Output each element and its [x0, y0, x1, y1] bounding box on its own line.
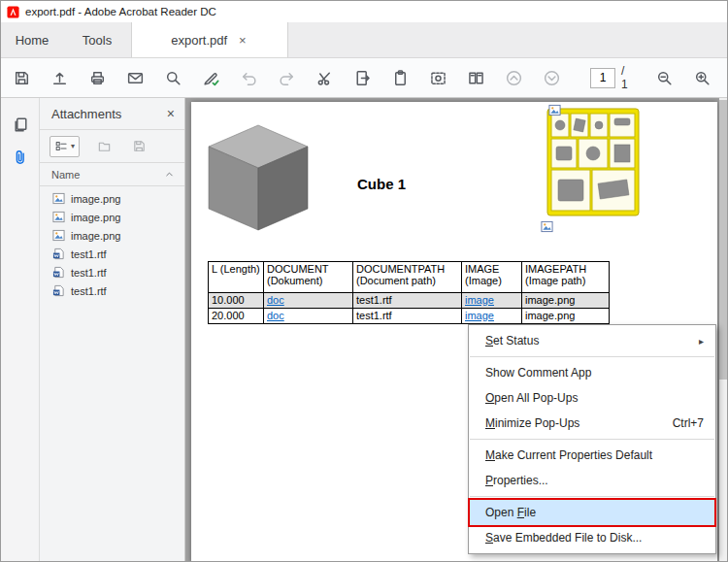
tab-tools[interactable]: Tools	[63, 22, 131, 57]
tab-document-label: export.pdf	[171, 33, 227, 48]
name-column-header[interactable]: Name	[51, 169, 80, 181]
chevron-down-icon: ▾	[71, 142, 75, 150]
png-file-icon	[52, 192, 65, 205]
chevron-up-icon[interactable]	[164, 169, 175, 180]
png-file-icon	[52, 211, 65, 223]
open-attachment-button[interactable]	[93, 136, 115, 157]
two-page-view-icon	[467, 69, 485, 87]
image-link[interactable]: image	[465, 310, 494, 321]
export-page-icon	[353, 69, 372, 87]
next-page-button[interactable]	[539, 64, 564, 91]
vertical-scrollbar[interactable]	[719, 98, 727, 561]
menu-item-open-all-popups[interactable]: Open All Pop-Ups	[469, 385, 715, 411]
undo-button[interactable]	[236, 64, 261, 91]
clipboard-icon	[391, 69, 410, 87]
snapshot-button[interactable]	[425, 64, 450, 91]
menu-item-label: Make Current Properties Default	[485, 448, 652, 462]
rtf-file-icon	[52, 248, 65, 260]
data-table: L (Length) DOCUMENT(Dokument) DOCUMENTPA…	[208, 261, 610, 324]
main-toolbar: / 1	[1, 57, 727, 98]
undo-icon	[240, 69, 258, 87]
share-button[interactable]	[47, 64, 72, 91]
png-file-icon	[52, 229, 65, 242]
page-view-button[interactable]	[463, 64, 488, 91]
menu-item-minimize-popups[interactable]: Minimize Pop-Ups Ctrl+7	[469, 411, 715, 436]
paperclip-icon	[12, 149, 30, 167]
nav-attachments-button[interactable]	[1, 141, 40, 174]
redo-icon	[278, 69, 296, 87]
scrollbar-thumb[interactable]	[719, 100, 727, 380]
menu-item-set-status[interactable]: Set Status ▸	[469, 328, 715, 353]
panel-close-icon[interactable]: ×	[167, 106, 175, 121]
menu-separator	[470, 439, 714, 440]
attachments-panel: Attachments × ▾ Name image.png image.png…	[40, 98, 185, 561]
menu-item-label: Open File	[485, 506, 536, 519]
list-item[interactable]: image.png	[40, 226, 184, 245]
title-bar: export.pdf - Adobe Acrobat Reader DC	[1, 1, 727, 22]
list-item[interactable]: image.png	[40, 208, 184, 226]
email-button[interactable]	[122, 64, 148, 91]
window-title: export.pdf - Adobe Acrobat Reader DC	[25, 6, 216, 17]
list-item[interactable]: test1.rtf	[40, 281, 184, 300]
tab-close-icon[interactable]: ×	[237, 33, 248, 48]
table-row: 10.000 doc test1.rtf image image.png	[209, 293, 610, 309]
menu-item-make-properties-default[interactable]: Make Current Properties Default	[469, 443, 715, 468]
zoom-in-button[interactable]	[689, 64, 714, 91]
tab-home[interactable]: Home	[1, 22, 63, 57]
menu-shortcut: Ctrl+7	[673, 416, 704, 430]
zoom-out-icon	[655, 69, 674, 87]
list-options-icon	[54, 140, 68, 153]
list-item[interactable]: test1.rtf	[40, 245, 184, 263]
page-number-input[interactable]	[590, 68, 615, 88]
list-item[interactable]: test1.rtf	[40, 263, 184, 281]
menu-item-label: Properties...	[485, 474, 548, 487]
menu-item-label: Minimize Pop-Ups	[485, 416, 579, 430]
attachments-options-button[interactable]: ▾	[50, 136, 80, 157]
envelope-icon	[126, 69, 145, 87]
rtf-file-icon	[52, 284, 65, 297]
attachment-annotation-icon[interactable]	[541, 220, 553, 233]
nav-pages-button[interactable]	[1, 108, 40, 141]
search-button[interactable]	[160, 64, 185, 91]
panel-title: Attachments	[51, 107, 121, 121]
scissors-icon	[315, 69, 334, 87]
page-title: Cube 1	[357, 176, 406, 192]
page-count-label: / 1	[621, 64, 630, 91]
menu-item-label: Save Embedded File to Disk...	[485, 531, 642, 545]
save-button[interactable]	[9, 64, 34, 91]
list-item[interactable]: image.png	[40, 189, 184, 208]
menu-separator	[470, 496, 714, 497]
page-down-icon	[543, 69, 561, 87]
cut-button[interactable]	[312, 64, 337, 91]
doc-link[interactable]: doc	[267, 294, 284, 306]
rtf-file-icon	[52, 266, 65, 279]
menu-item-open-file[interactable]: Open File	[469, 500, 715, 525]
table-row: 20.000 doc test1.rtf image image.png	[209, 309, 610, 324]
submenu-arrow-icon: ▸	[699, 336, 704, 347]
menu-item-label: Set Status	[485, 334, 539, 347]
save-attachment-button[interactable]	[128, 136, 149, 157]
save-icon	[13, 69, 31, 87]
fill-sign-button[interactable]	[198, 64, 223, 91]
page-up-icon	[505, 69, 523, 87]
print-button[interactable]	[84, 64, 110, 91]
previous-page-button[interactable]	[501, 64, 526, 91]
menu-item-properties[interactable]: Properties...	[469, 468, 715, 493]
acrobat-pdf-icon	[7, 6, 19, 18]
cube-image	[199, 116, 317, 236]
menu-item-label: Open All Pop-Ups	[485, 391, 578, 405]
attachment-annotation-icon[interactable]	[548, 104, 561, 116]
redo-button[interactable]	[274, 64, 299, 91]
image-link[interactable]: image	[465, 294, 494, 306]
pen-check-icon	[202, 69, 220, 87]
open-folder-icon	[97, 139, 112, 153]
search-icon	[164, 69, 182, 87]
menu-item-show-comment-app[interactable]: Show Comment App	[469, 360, 715, 385]
zoom-out-button[interactable]	[651, 64, 677, 91]
pages-icon	[12, 116, 30, 134]
export-button[interactable]	[349, 64, 375, 91]
doc-link[interactable]: doc	[267, 310, 284, 321]
clipboard-button[interactable]	[387, 64, 413, 91]
tab-document[interactable]: export.pdf ×	[131, 22, 288, 57]
menu-item-save-embedded-file[interactable]: Save Embedded File to Disk...	[469, 525, 715, 550]
